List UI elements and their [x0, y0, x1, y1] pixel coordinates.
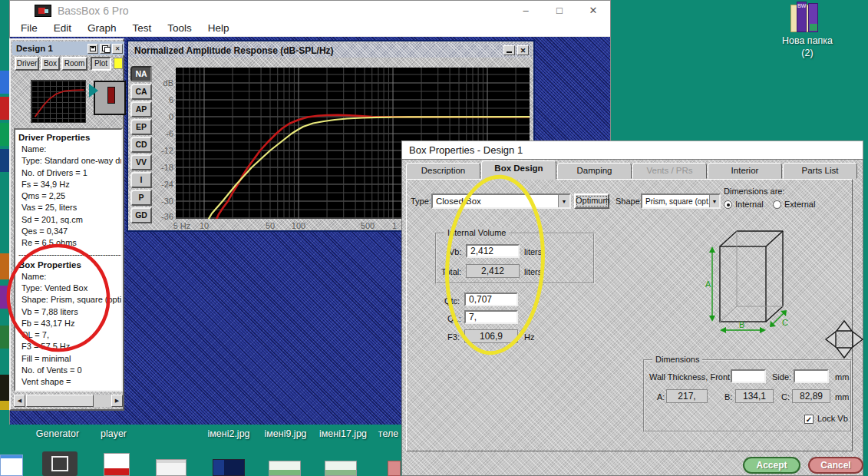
box-preview-icon[interactable]	[94, 81, 126, 115]
desktop-icon-image-dark[interactable]	[213, 459, 245, 476]
strip-icon-yellow-black[interactable]	[0, 375, 9, 410]
menu-file[interactable]: File	[21, 22, 38, 34]
properties-panel: Driver Properties Name: Type: Standard o…	[14, 128, 123, 392]
strip-icon-orange[interactable]	[0, 253, 9, 279]
cancel-button[interactable]: Cancel	[808, 457, 863, 474]
tab-box[interactable]: Box	[41, 57, 60, 71]
graph-tab-i[interactable]: I	[130, 172, 152, 188]
wall-front-input[interactable]	[731, 369, 766, 383]
graph-tab-ep[interactable]: EP	[130, 119, 152, 135]
radio-external[interactable]	[773, 200, 781, 209]
menu-edit[interactable]: Edit	[54, 22, 71, 34]
scroll-left-button[interactable]: ◀	[14, 395, 25, 407]
desktop-icon-image-green-2[interactable]	[325, 461, 357, 476]
desktop-icon-image-green-1[interactable]	[269, 461, 301, 476]
desktop-icon-label-tele[interactable]: теле	[373, 428, 404, 439]
desktop-icon-window[interactable]	[156, 459, 186, 476]
shape-combobox[interactable]: Prism, square (opt.) ▼	[641, 193, 721, 209]
menu-test[interactable]: Test	[133, 22, 152, 34]
design-save-button[interactable]	[87, 44, 98, 54]
pan-compass-control[interactable]	[823, 319, 865, 360]
maximize-button[interactable]: □	[543, 1, 576, 20]
design-copy-button[interactable]	[100, 44, 111, 54]
dialog-tab-interior[interactable]: Interior	[708, 163, 782, 179]
menu-graph[interactable]: Graph	[87, 22, 117, 34]
driver-properties-header: Driver Properties	[18, 132, 121, 144]
radio-internal-group[interactable]: Internal	[724, 200, 764, 210]
strip-icon-darkgreen[interactable]	[0, 326, 9, 349]
folder-label-line1[interactable]: Нова папка	[769, 35, 846, 46]
strip-icon-green[interactable]	[0, 123, 9, 146]
graph-tab-p[interactable]: P	[130, 190, 152, 206]
desktop-icon-label-imeni9[interactable]: імені9.jpg	[255, 428, 316, 439]
wall-unit: mm	[835, 372, 849, 382]
scrollbar-thumb[interactable]	[26, 395, 94, 407]
graph-tab-ca[interactable]: CA	[130, 84, 152, 100]
close-button[interactable]: ✕	[576, 1, 610, 20]
wall-side-input[interactable]	[794, 369, 829, 383]
radio-external-label: External	[784, 200, 815, 210]
graph-tab-gd[interactable]: GD	[130, 207, 152, 223]
graph-tab-ap[interactable]: AP	[130, 101, 152, 117]
tab-room[interactable]: Room	[61, 57, 87, 71]
dialog-title-bar[interactable]: Box Properties - Design 1	[401, 140, 863, 159]
strip-icon-purple[interactable]	[0, 286, 9, 309]
desktop-icon-fragment[interactable]	[388, 461, 401, 476]
folder-label-line2[interactable]: (2)	[769, 48, 846, 58]
driver-prop-line: Sd = 201, sq.cm	[18, 214, 121, 226]
menu-help[interactable]: Help	[208, 22, 229, 34]
radio-external-group[interactable]: External	[773, 200, 815, 210]
x-axis-tick: 10	[196, 221, 213, 230]
pan-left-arrow[interactable]	[826, 332, 836, 347]
tab-driver[interactable]: Driver	[15, 57, 39, 71]
tab-plot[interactable]: Plot	[91, 57, 111, 71]
minimize-button[interactable]: –	[509, 1, 543, 20]
desktop-icon-label-imeni2[interactable]: імені2.jpg	[198, 428, 259, 439]
graph-minimize-button[interactable]	[503, 45, 515, 55]
qtc-input[interactable]: 0,707	[464, 293, 518, 306]
box-type-combobox[interactable]: Closed Box ▼	[431, 193, 571, 209]
dropdown-arrow-icon[interactable]: ▼	[709, 195, 719, 207]
desktop-icon-red-document[interactable]	[104, 453, 130, 476]
ql-input[interactable]: 7,	[464, 310, 518, 324]
radio-internal[interactable]	[724, 200, 732, 209]
design-title-bar[interactable]: Design 1 ✕	[12, 41, 124, 55]
scroll-right-button[interactable]: ▶	[111, 395, 123, 407]
graph-close-button[interactable]: ✕	[517, 45, 529, 55]
graph-tab-cd[interactable]: CD	[130, 137, 152, 153]
copy-icon	[102, 45, 109, 51]
dialog-tab-damping[interactable]: Damping	[557, 163, 632, 179]
vb-input[interactable]: 2,412	[466, 244, 520, 258]
accept-button[interactable]: Accept	[743, 457, 800, 474]
design-close-button[interactable]: ✕	[112, 44, 123, 54]
lock-vb-group[interactable]: ✓ Lock Vb	[804, 414, 848, 424]
desktop-icon-document[interactable]	[0, 455, 23, 476]
graph-tab-na[interactable]: NA	[130, 66, 152, 82]
desktop-icon-label-imeni17[interactable]: імені17.jpg	[310, 428, 376, 439]
lock-vb-checkbox[interactable]: ✓	[804, 415, 814, 424]
plot-color-swatch[interactable]	[114, 58, 123, 69]
vb-label: Vb:	[449, 247, 462, 257]
dialog-tab-box-design[interactable]: Box Design	[481, 160, 556, 180]
strip-icon-navy[interactable]	[0, 149, 9, 172]
dropdown-arrow-icon[interactable]: ▼	[558, 195, 569, 207]
desktop-icon-label-player[interactable]: player	[84, 428, 143, 439]
dialog-tab-parts-list[interactable]: Parts List	[783, 163, 857, 179]
menu-tools[interactable]: Tools	[167, 22, 192, 34]
strip-icon-red[interactable]	[0, 97, 9, 120]
y-axis-tick: -36	[153, 212, 173, 221]
dialog-tab-description[interactable]: Description	[406, 163, 480, 179]
main-title-bar[interactable]: BassBox 6 Pro – □ ✕	[10, 1, 610, 20]
desktop-icon-label-generator[interactable]: Generator	[27, 428, 88, 439]
strip-icon-blue[interactable]	[0, 71, 9, 94]
desktop-icon-generator-app[interactable]	[42, 451, 78, 476]
horizontal-scrollbar[interactable]: ◀ ▶	[14, 395, 123, 407]
response-thumbnail[interactable]	[31, 80, 86, 123]
graph-title-bar[interactable]: Normalized Amplitude Response (dB-SPL/Hz…	[130, 43, 532, 58]
pan-up-arrow[interactable]	[837, 321, 852, 331]
pan-down-arrow[interactable]	[837, 348, 852, 358]
pan-right-arrow[interactable]	[853, 332, 863, 347]
optimum-button[interactable]: Optimum	[574, 193, 609, 209]
desktop-folder-icon[interactable]: BW	[784, 2, 830, 34]
graph-tab-vv[interactable]: VV	[130, 154, 152, 170]
